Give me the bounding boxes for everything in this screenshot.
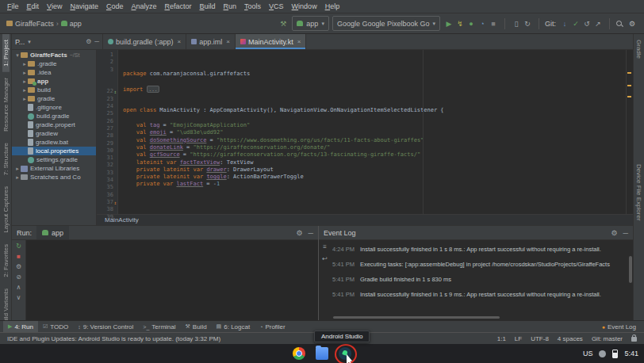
code-area[interactable]: package com.naranjaconsal.giraffefactsim… (118, 50, 626, 214)
clear-icon[interactable]: ⊘ (16, 273, 21, 281)
menu-item-run[interactable]: Run (220, 2, 241, 10)
run-console[interactable] (26, 240, 318, 320)
gutter-line[interactable]: 38 (97, 206, 113, 213)
tree-arrow-icon[interactable]: ▸ (21, 61, 28, 67)
menu-item-navigate[interactable]: Navigate (66, 2, 102, 10)
tool-strip-button-gradle[interactable]: Gradle (635, 34, 642, 64)
notification-badge[interactable] (599, 350, 606, 357)
gutter-line[interactable]: 34 (97, 177, 113, 184)
scroll-down-icon[interactable]: ∨ (17, 294, 21, 301)
soft-wrap-icon[interactable]: ↩ (322, 255, 328, 262)
gear-icon[interactable]: ⚙ (297, 229, 303, 237)
error-stripe[interactable] (626, 50, 633, 214)
gutter-line[interactable]: 31 (97, 155, 113, 162)
tree-arrow-icon[interactable]: ▸ (14, 174, 21, 181)
rerun-icon[interactable]: ↻ (16, 243, 21, 250)
menu-item-vcs[interactable]: VCS (265, 2, 288, 10)
editor-gutter[interactable]: 12322↥232425262728293031323334353637↥383… (97, 50, 118, 214)
gutter-line[interactable]: 24 (97, 103, 113, 110)
minimize-icon[interactable]: ─ (623, 229, 628, 237)
tree-arrow-icon[interactable]: ▸ (21, 70, 28, 76)
gutter-line[interactable]: 39 (97, 214, 113, 221)
status-item-lf[interactable]: LF (515, 335, 522, 342)
toolwindow-button-9-version-control[interactable]: ↕9: Version Control (73, 321, 138, 332)
gutter-line[interactable] (97, 74, 113, 81)
implement-marker-icon[interactable]: ↥ (113, 88, 117, 95)
menu-item-tools[interactable]: Tools (240, 2, 265, 10)
hide-panel-icon[interactable]: ─ (94, 38, 99, 45)
tree-arrow-icon[interactable]: ▸ (21, 96, 28, 102)
tree-item-gradlew[interactable]: gradlew (12, 129, 96, 138)
menu-item-file[interactable]: File (3, 2, 23, 10)
android-studio-shortcut[interactable] (339, 347, 351, 360)
gutter-line[interactable]: 30 (97, 147, 113, 155)
breadcrumb-item-giraffefacts[interactable]: GiraffeFacts (15, 20, 54, 28)
gutter-line[interactable] (97, 81, 113, 88)
run-icon[interactable]: ▶ (443, 18, 454, 29)
gutter-line[interactable]: 22↥ (97, 88, 113, 95)
status-item-1-1[interactable]: 1:1 (497, 335, 506, 342)
tree-item-external-libraries[interactable]: ▸External Libraries (12, 164, 96, 173)
tool-strip-button-build-variants[interactable]: Build Variants (2, 283, 10, 320)
gutter-line[interactable]: 35 (97, 184, 113, 191)
close-icon[interactable]: × (297, 38, 301, 45)
run-settings-icon[interactable]: ⚙ (16, 263, 21, 270)
tool-strip-button-2-favorites[interactable]: 2: Favorites (2, 239, 10, 283)
code-editor[interactable]: 12322↥232425262728293031323334353637↥383… (97, 50, 633, 214)
gutter-line[interactable]: 37↥ (97, 199, 113, 206)
git-push-icon[interactable]: ↗ (592, 18, 604, 29)
status-item-4-spaces[interactable]: 4 spaces (558, 335, 583, 342)
tree-item-gitignore[interactable]: .gitignore (12, 103, 96, 112)
close-icon[interactable]: × (178, 38, 182, 45)
tree-arrow-icon[interactable]: ▸ (21, 78, 28, 85)
system-tray[interactable]: US 5:41 (583, 344, 638, 363)
gutter-line[interactable]: 28 (97, 132, 113, 139)
breadcrumb-item-app[interactable]: app (70, 20, 82, 28)
clock[interactable]: 5:41 (624, 350, 638, 357)
tree-item-giraffefacts[interactable]: ▾GiraffeFacts~/St (12, 51, 96, 59)
menu-item-build[interactable]: Build (196, 2, 220, 10)
menu-item-help[interactable]: Help (321, 2, 344, 10)
tree-arrow-icon[interactable]: ▾ (14, 52, 21, 59)
gutter-line[interactable]: 33 (97, 170, 113, 177)
status-item-utf-8[interactable]: UTF-8 (531, 335, 549, 342)
menu-item-analyze[interactable]: Analyze (127, 2, 160, 10)
toolwindow-button-build[interactable]: ⚒Build (181, 321, 212, 332)
toolwindow-button-4-run[interactable]: ▶4: Run (3, 321, 38, 332)
tree-item-gradle[interactable]: ▸gradle (12, 94, 96, 103)
editor-tab-app-iml[interactable]: app.iml× (186, 34, 236, 49)
search-everywhere-icon[interactable] (615, 20, 623, 28)
tree-item-local-properties[interactable]: local.properties (12, 147, 96, 155)
toolwindow-button-profiler[interactable]: ◔Profiler (255, 321, 290, 332)
gradle-sync-icon[interactable]: ↻ (522, 18, 533, 29)
toolwindow-button-event-log[interactable]: ●Event Log (597, 321, 641, 332)
project-panel-header[interactable]: P... ▾ ⚙ ─ (12, 34, 103, 49)
tool-strip-button-layout-captures[interactable]: Layout Captures (2, 181, 10, 239)
device-manager-icon[interactable]: ▯ (511, 18, 522, 29)
tool-strip-button-device-file-explorer[interactable]: Device File Explorer (635, 159, 642, 227)
horizontal-scrollbar[interactable] (333, 316, 500, 319)
toolwindow-button-6-logcat[interactable]: ▤6: Logcat (212, 321, 255, 332)
gutter-line[interactable]: 36 (97, 192, 113, 199)
vertical-scrollbar[interactable] (629, 256, 632, 283)
tree-item-app[interactable]: ▸app (12, 77, 96, 86)
lock-icon[interactable] (631, 337, 637, 342)
filter-icon[interactable]: ≡ (323, 243, 327, 250)
gutter-line[interactable]: 1 (97, 52, 113, 59)
build-hammer-icon[interactable]: ⚒ (278, 18, 289, 29)
files-app-icon[interactable] (316, 347, 328, 360)
scroll-up-icon[interactable]: ∧ (17, 284, 21, 291)
tool-strip-button-1-project[interactable]: 1: Project (2, 34, 10, 72)
status-item-git-master[interactable]: Git: master (592, 335, 623, 342)
gutter-line[interactable]: 25 (97, 110, 113, 117)
gutter-line[interactable]: 29 (97, 140, 113, 147)
menu-item-edit[interactable]: Edit (23, 2, 44, 10)
tree-item-gradle-propert[interactable]: gradle.propert (12, 120, 96, 129)
tree-arrow-icon[interactable]: ▸ (14, 166, 21, 172)
override-marker-icon[interactable]: ↥ (113, 199, 117, 206)
minimize-icon[interactable]: ─ (309, 229, 313, 237)
menu-item-refactor[interactable]: Refactor (161, 2, 196, 10)
tool-strip-button-7-structure[interactable]: 7: Structure (2, 137, 10, 181)
profiler-icon[interactable]: ◔ (477, 18, 488, 29)
device-select[interactable]: Google Google Pixelbook Go ▾ (332, 16, 440, 31)
